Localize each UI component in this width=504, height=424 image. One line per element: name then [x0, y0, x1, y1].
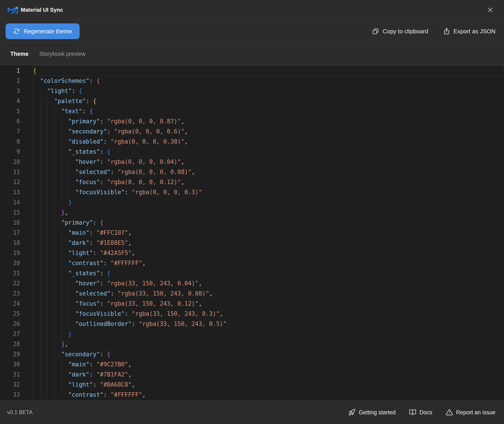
copy-to-clipboard-label: Copy to clipboard [382, 28, 428, 35]
indent-guide [40, 116, 47, 126]
indent-guide [47, 339, 54, 349]
line-content: "focus": "rgba(0, 0, 0, 0.12)", [33, 177, 504, 187]
code-token: , [181, 179, 184, 186]
code-token: "secondary" [68, 128, 107, 135]
plugin-window: Material UI Sync Regenerate theme [0, 0, 504, 424]
line-content: "text": { [33, 106, 504, 116]
code-token: "rgba(0, 0, 0, 0.3)" [132, 189, 202, 196]
line-content: "_states": { [33, 268, 504, 278]
code-token: "rgba(33, 150, 243, 0.5)" [139, 320, 227, 327]
indent-guide [47, 359, 54, 369]
indent-guide [47, 369, 54, 380]
indent-guide [40, 106, 47, 116]
code-token: "#FFFFFF" [111, 260, 142, 267]
code-token: "rgba(0, 0, 0, 0.12)" [107, 179, 181, 186]
code-token: "colorSchemes" [40, 77, 89, 84]
code-token: { [100, 219, 104, 226]
indent-guide [40, 309, 47, 319]
indent-guide [68, 309, 75, 319]
line-content: "selected": "rgba(33, 150, 243, 0.08)", [33, 288, 504, 299]
indent-guide [68, 177, 75, 187]
indent-guide [40, 228, 47, 238]
indent-guide [47, 126, 54, 137]
code-token: } [68, 330, 72, 337]
code-token: "_states" [68, 148, 100, 155]
indent-guide [33, 218, 40, 228]
indent-guide [33, 299, 40, 309]
tab-theme[interactable]: Theme [10, 51, 29, 57]
code-token: "contrast" [68, 391, 104, 398]
code-token: { [93, 98, 97, 104]
docs-link[interactable]: Docs [409, 409, 432, 416]
code-token: "rgba(33, 150, 243, 0.12)" [107, 300, 199, 307]
code-token: "text" [61, 108, 82, 115]
indent-guide [47, 207, 54, 218]
code-token: : [132, 320, 139, 327]
indent-guide [33, 390, 40, 400]
indent-guide [54, 380, 61, 390]
code-line: 6"primary": "rgba(0, 0, 0, 0.87)", [0, 116, 504, 126]
indent-guide [61, 248, 68, 258]
code-line: 14} [0, 197, 504, 207]
code-line: 11"selected": "rgba(0, 0, 0, 0.08)", [0, 167, 504, 177]
indent-guide [61, 380, 68, 390]
app-title: Material UI Sync [21, 7, 63, 13]
line-content: "hover": "rgba(0, 0, 0, 0.04)", [33, 157, 504, 167]
tab-storybook-preview[interactable]: Storybook preview [39, 51, 86, 57]
getting-started-link[interactable]: Getting started [348, 409, 396, 416]
export-as-json-button[interactable]: Export as JSON [443, 28, 495, 35]
indent-guide [40, 157, 47, 167]
regenerate-theme-button[interactable]: Regenerate theme [6, 23, 80, 39]
code-token: } [61, 341, 65, 348]
indent-guide [54, 167, 61, 177]
line-number: 32 [0, 380, 20, 390]
indent-guide [47, 319, 54, 329]
indent-guide [40, 197, 47, 207]
indent-guide [54, 147, 61, 157]
line-number: 11 [0, 167, 20, 177]
line-number: 27 [0, 329, 20, 339]
code-token: : [104, 391, 111, 398]
code-token: , [209, 290, 213, 297]
code-token: : [111, 168, 117, 175]
code-token: : [125, 189, 132, 196]
indent-guide [54, 268, 61, 278]
code-token: "primary" [61, 219, 93, 226]
line-content: "focusVisible": "rgba(33, 150, 243, 0.3)… [33, 309, 504, 319]
indent-guide [54, 218, 61, 228]
indent-guide [40, 268, 47, 278]
line-content: "primary": { [33, 218, 504, 228]
line-number: 1 [0, 66, 20, 76]
indent-guide [47, 177, 54, 187]
indent-guide [54, 319, 61, 329]
code-token: , [184, 138, 188, 145]
code-token: "hover" [75, 280, 100, 287]
code-token: : [100, 270, 107, 277]
report-issue-link[interactable]: Report an issue [446, 409, 495, 416]
indent-guide [33, 207, 40, 218]
code-token: { [33, 67, 37, 74]
export-icon [443, 28, 450, 35]
indent-guide [47, 288, 54, 299]
line-number: 28 [0, 339, 20, 349]
theme-json-editor[interactable]: 1{2"colorSchemes": {3"light": {4"palette… [0, 65, 504, 400]
code-token: "selected" [75, 290, 111, 297]
code-line: 26"outlinedBorder": "rgba(33, 150, 243, … [0, 319, 504, 329]
code-line: 28}, [0, 339, 504, 349]
code-token: "light" [68, 381, 93, 388]
line-content: "colorSchemes": { [33, 76, 504, 86]
code-token: , [128, 229, 132, 236]
code-token: "#FFC107" [97, 229, 128, 236]
close-button[interactable] [486, 6, 495, 14]
copy-to-clipboard-button[interactable]: Copy to clipboard [372, 28, 428, 35]
indent-guide [54, 390, 61, 400]
code-token: "#42A5F5" [100, 249, 132, 256]
indent-guide [61, 167, 68, 177]
code-token: , [199, 300, 202, 307]
indent-guide [47, 106, 54, 116]
line-content: }, [33, 207, 504, 218]
code-token: "contrast" [68, 260, 104, 267]
indent-guide [33, 369, 40, 380]
code-token: , [142, 391, 146, 398]
indent-guide [33, 187, 40, 197]
